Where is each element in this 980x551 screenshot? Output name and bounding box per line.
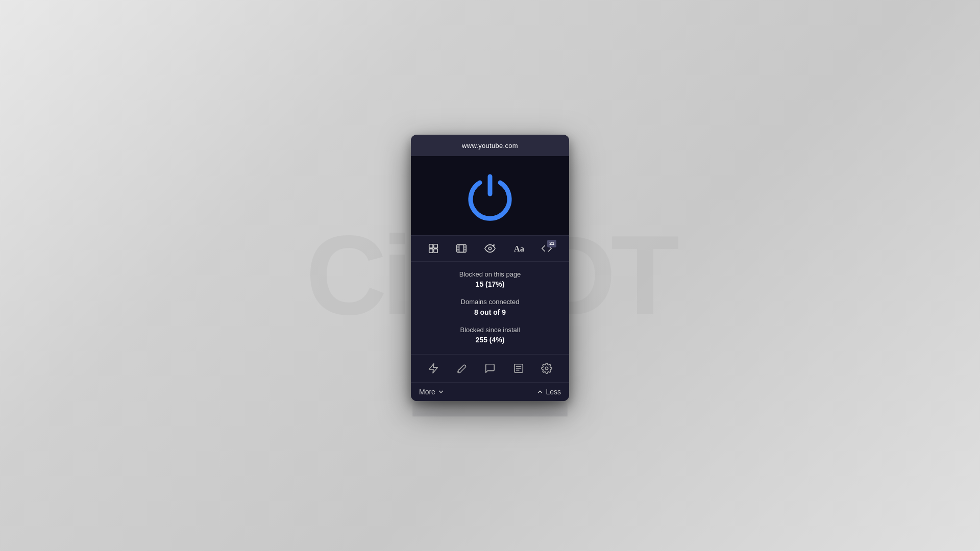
lightning-button[interactable] (425, 360, 442, 377)
chat-icon (484, 363, 496, 374)
toolbar: Aa 21 (411, 235, 569, 262)
svg-rect-1 (429, 244, 433, 248)
stat-blocked-install-label: Blocked since install (421, 325, 559, 335)
font-button[interactable]: Aa (510, 240, 527, 257)
svg-rect-3 (429, 249, 433, 253)
code-badge: 21 (547, 240, 556, 247)
eyedropper-button[interactable] (453, 360, 470, 377)
stat-blocked-page-label: Blocked on this page (421, 270, 559, 279)
svg-rect-5 (457, 245, 466, 253)
settings-icon (541, 363, 552, 374)
chevron-up-icon (536, 388, 544, 395)
stat-domains-value: 8 out of 9 (421, 308, 559, 316)
power-icon[interactable] (464, 171, 516, 222)
stat-domains-label: Domains connected (421, 297, 559, 307)
svg-rect-4 (434, 249, 437, 253)
stat-blocked-page-value: 15 (17%) (421, 280, 559, 288)
font-icon: Aa (513, 243, 524, 254)
list-icon (513, 363, 524, 374)
more-less-bar: More Less (411, 382, 569, 401)
less-label: Less (546, 388, 561, 396)
stat-domains: Domains connected 8 out of 9 (421, 297, 559, 316)
chat-button[interactable] (481, 360, 499, 377)
chevron-down-icon (437, 388, 445, 395)
svg-point-22 (545, 367, 548, 370)
svg-line-14 (494, 245, 495, 246)
stat-blocked-install-value: 255 (4%) (421, 336, 559, 344)
svg-point-12 (488, 247, 492, 250)
bottom-icons-bar (411, 354, 569, 382)
film-icon (456, 243, 467, 254)
eyedropper-icon (456, 363, 467, 374)
settings-button[interactable] (538, 360, 555, 377)
eye-icon (484, 243, 496, 254)
stats-section: Blocked on this page 15 (17%) Domains co… (411, 262, 569, 354)
stat-blocked-page: Blocked on this page 15 (17%) (421, 270, 559, 288)
layers-button[interactable] (425, 240, 442, 257)
less-button[interactable]: Less (536, 388, 561, 396)
svg-rect-2 (434, 244, 437, 248)
popup-reflection (412, 401, 568, 416)
layers-icon (428, 243, 439, 254)
code-button[interactable]: 21 (538, 240, 555, 257)
url-bar: www.youtube.com (411, 135, 569, 156)
more-label: More (419, 388, 435, 396)
stat-blocked-install: Blocked since install 255 (4%) (421, 325, 559, 344)
lightning-icon (428, 363, 439, 374)
more-button[interactable]: More (419, 388, 445, 396)
film-button[interactable] (453, 240, 470, 257)
list-button[interactable] (510, 360, 527, 377)
extension-popup: www.youtube.com (411, 135, 569, 401)
svg-marker-16 (429, 364, 438, 373)
popup-wrapper: www.youtube.com (411, 135, 569, 416)
svg-text:Aa: Aa (513, 244, 524, 254)
eye-button[interactable] (481, 240, 499, 257)
url-text: www.youtube.com (462, 142, 518, 149)
power-section[interactable] (411, 156, 569, 235)
